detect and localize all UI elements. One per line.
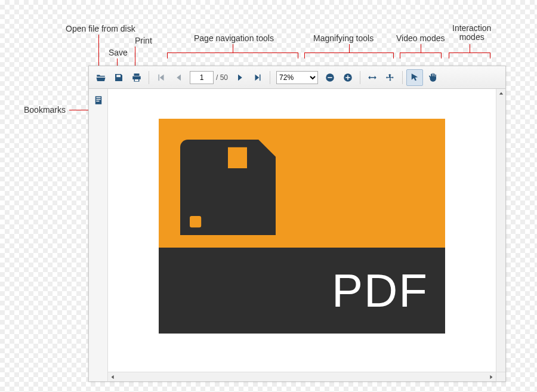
pointer-mode-button[interactable]: [406, 69, 423, 86]
zoom-select[interactable]: 72%: [276, 71, 318, 84]
annotation-video-modes: Video modes: [396, 33, 445, 43]
toolbar-separator: [270, 71, 270, 84]
annotation-brace: [449, 53, 490, 58]
annotation-line: [421, 44, 421, 53]
first-page-icon: [156, 72, 166, 83]
hand-icon: [427, 72, 438, 83]
annotation-bookmarks: Bookmarks: [24, 105, 66, 115]
next-page-button[interactable]: [232, 69, 248, 86]
zoom-in-button[interactable]: [340, 69, 356, 86]
annotation-line: [233, 44, 233, 53]
print-button[interactable]: [128, 69, 145, 86]
annotation-save: Save: [109, 48, 128, 57]
document-title-text: PDF: [332, 264, 428, 318]
annotation-brace: [400, 53, 442, 58]
page-footer-band: PDF: [159, 248, 445, 334]
scroll-left-button[interactable]: [108, 372, 118, 381]
svg-rect-6: [190, 216, 201, 227]
plus-circle-icon: [342, 72, 353, 83]
fit-page-icon: [385, 72, 396, 83]
folder-open-icon: [95, 72, 106, 83]
zoom-out-button[interactable]: [322, 69, 338, 86]
save-icon: [113, 72, 124, 83]
annotation-interaction-modes: Interaction modes: [452, 24, 491, 42]
toolbar-separator: [402, 71, 403, 84]
prev-page-icon: [174, 72, 184, 83]
minus-circle-icon: [325, 72, 335, 83]
floppy-disk-icon: [180, 137, 276, 238]
toolbar: / 50 72%: [89, 66, 505, 89]
last-page-icon: [252, 72, 263, 83]
annotation-line: [470, 44, 470, 53]
fit-page-button[interactable]: [382, 69, 399, 86]
page-canvas: PDF: [108, 89, 505, 381]
toolbar-separator: [360, 71, 360, 84]
print-icon: [131, 72, 142, 83]
svg-rect-5: [228, 147, 247, 168]
annotation-navigation: Page navigation tools: [194, 33, 274, 43]
next-page-icon: [234, 72, 245, 83]
last-page-button[interactable]: [249, 69, 266, 86]
annotation-brace: [304, 53, 394, 58]
annotation-line: [135, 47, 135, 67]
annotation-brace: [167, 53, 298, 58]
scroll-up-button[interactable]: [496, 89, 505, 98]
chevron-left-icon: [110, 375, 115, 379]
bookmarks-button[interactable]: [91, 92, 106, 108]
svg-rect-4: [347, 75, 348, 80]
annotation-print: Print: [135, 36, 152, 45]
annotation-magnify: Magnifying tools: [313, 33, 374, 43]
vertical-scrollbar[interactable]: [496, 89, 505, 372]
page-header-band: [159, 119, 445, 248]
save-button[interactable]: [110, 69, 127, 86]
chevron-up-icon: [499, 91, 504, 96]
page-viewport[interactable]: PDF: [108, 89, 496, 372]
document-page: PDF: [159, 119, 445, 334]
annotation-line: [98, 35, 99, 67]
first-page-button[interactable]: [153, 69, 169, 86]
pdf-viewer-window: / 50 72%: [88, 66, 506, 382]
toolbar-separator: [149, 71, 149, 84]
svg-rect-1: [328, 77, 332, 78]
horizontal-scrollbar[interactable]: [108, 372, 496, 381]
hand-mode-button[interactable]: [424, 69, 441, 86]
cursor-icon: [409, 72, 420, 83]
fit-width-button[interactable]: [364, 69, 381, 86]
page-number-input[interactable]: [190, 71, 214, 84]
page-total-label: / 50: [216, 73, 228, 82]
chevron-right-icon: [489, 375, 493, 379]
content-area: PDF: [89, 89, 505, 381]
annotation-line: [349, 44, 350, 53]
annotation-open-file: Open file from disk: [66, 24, 135, 33]
sidebar: [89, 89, 108, 381]
prev-page-button[interactable]: [171, 69, 187, 86]
open-file-button[interactable]: [92, 69, 109, 86]
scroll-corner: [496, 372, 505, 381]
scroll-right-button[interactable]: [486, 372, 496, 381]
fit-width-icon: [367, 72, 378, 83]
bookmarks-icon: [93, 95, 104, 106]
